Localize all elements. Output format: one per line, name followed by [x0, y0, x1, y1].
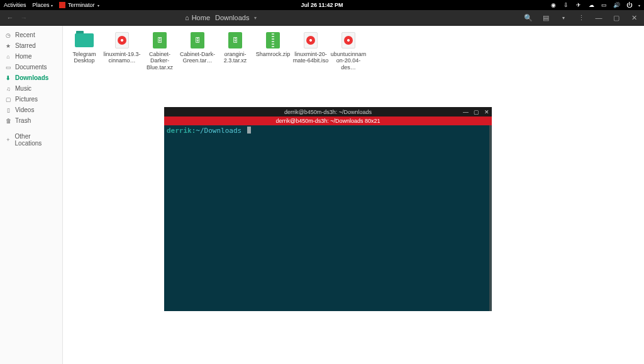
iso-icon — [301, 32, 321, 48]
minimize-button[interactable]: — — [594, 13, 604, 23]
sidebar-item-music-icon: ♫ — [5, 86, 11, 92]
folder-icon — [74, 32, 94, 48]
terminal-tab-title: derrik@b450m-ds3h: ~/Downloads 80x21 — [276, 118, 380, 124]
file-item[interactable]: linuxmint-19.3-cinnamo… — [103, 32, 141, 64]
terminator-app-icon — [59, 2, 65, 8]
sidebar-item-label: Recent — [15, 31, 35, 38]
file-item[interactable]: 🗄orangini-2.3.tar.xz — [216, 32, 254, 64]
chevron-down-icon: ▾ — [254, 15, 257, 21]
power-icon[interactable]: ⏻ — [626, 2, 632, 8]
file-item[interactable]: 🗄Cabinet-Darker-Blue.tar.xz — [141, 32, 179, 71]
chevron-down-icon: ▾ — [97, 3, 99, 8]
search-button[interactable]: 🔍 — [523, 13, 533, 23]
sidebar-item-label: Documents — [15, 64, 47, 71]
path-home[interactable]: ⌂ Home — [185, 14, 210, 21]
sidebar-item-pictures-icon: ▢ — [5, 96, 11, 103]
file-label: orangini-2.3.tar.xz — [216, 51, 254, 64]
iso-icon — [338, 32, 358, 48]
file-label: linuxmint-19.3-cinnamo… — [103, 51, 141, 64]
sidebar-item-downloads-icon: ⬇ — [5, 75, 11, 81]
sidebar-item-other-locations[interactable]: +Other Locations — [0, 131, 62, 149]
sidebar-item-label: Videos — [15, 106, 34, 113]
terminal-minimize-button[interactable]: — — [463, 109, 469, 115]
file-label: Shamrock.zip — [256, 51, 291, 57]
sidebar-item-recent[interactable]: ◷Recent — [0, 30, 62, 40]
sidebar-item-label: Home — [15, 53, 32, 60]
sidebar-item-documents-icon: ▭ — [5, 64, 11, 71]
terminal-window: derrik@b450m-ds3h: ~/Downloads — ▢ ✕ der… — [164, 107, 492, 311]
sidebar-item-label: Downloads — [15, 74, 48, 81]
sidebar-item-music[interactable]: ♫Music — [0, 83, 62, 94]
home-icon: ⌂ — [185, 14, 189, 21]
terminal-cursor — [247, 127, 251, 134]
back-button[interactable]: ← — [5, 13, 15, 23]
sidebar-item-starred-icon: ★ — [5, 43, 11, 49]
plus-icon: + — [5, 137, 11, 143]
file-label: Cabinet-Dark-Green.tar… — [179, 51, 216, 64]
file-label: linuxmint-20-mate-64bit.iso — [292, 51, 330, 64]
archive-icon: 🗄 — [150, 32, 170, 48]
sidebar-item-label: Other Locations — [15, 133, 57, 147]
iso-icon — [112, 32, 132, 48]
tray-icon-2[interactable]: ⇩ — [563, 2, 569, 8]
terminal-tab-bar: derrik@b450m-ds3h: ~/Downloads 80x21 — [164, 117, 492, 125]
view-dropdown-button[interactable]: ▾ — [558, 13, 569, 23]
archive-icon: 🗄 — [225, 32, 245, 48]
file-label: ubuntucinnamon-20.04-des… — [330, 51, 367, 71]
terminal-window-controls: — ▢ ✕ — [463, 107, 489, 117]
path-current[interactable]: Downloads ▾ — [215, 14, 257, 21]
file-item[interactable]: ubuntucinnamon-20.04-des… — [330, 32, 367, 71]
sidebar-item-downloads[interactable]: ⬇Downloads — [0, 72, 62, 83]
tray-icon-1[interactable]: ◉ — [550, 2, 557, 8]
sidebar-item-label: Starred — [15, 42, 36, 49]
discord-tray-icon[interactable]: ☁ — [588, 2, 594, 8]
forward-button[interactable]: → — [19, 13, 29, 23]
gnome-shell-top-bar: Activities Places ▾ Terminator ▾ Jul 26 … — [0, 0, 644, 10]
filemanager-sidebar: ◷Recent★Starred⌂Home▭Documents⬇Downloads… — [0, 26, 63, 364]
chevron-down-icon: ▾ — [51, 4, 53, 8]
telegram-tray-icon[interactable]: ✈ — [575, 2, 582, 8]
file-label: Telegram Desktop — [65, 51, 103, 64]
sidebar-item-recent-icon: ◷ — [5, 32, 11, 38]
file-item[interactable]: Shamrock.zip — [254, 32, 292, 57]
chevron-down-icon: ▾ — [638, 3, 640, 8]
sidebar-item-trash[interactable]: 🗑Trash — [0, 115, 62, 126]
filemanager-toolbar: ← → ⌂ Home Downloads ▾ 🔍 ▤ ▾ ⋮ — ▢ ✕ — [0, 10, 644, 26]
sidebar-item-home[interactable]: ⌂Home — [0, 51, 62, 62]
terminal-body[interactable]: derrik:~/Downloads — [164, 125, 492, 311]
terminal-prompt-user: derrik: — [167, 127, 196, 135]
sidebar-item-label: Trash — [15, 117, 31, 124]
clock[interactable]: Jul 26 11:42 PM — [301, 2, 343, 8]
path-bar: ⌂ Home Downloads ▾ — [185, 14, 257, 21]
terminal-title: derrik@b450m-ds3h: ~/Downloads — [284, 109, 372, 115]
sidebar-item-label: Pictures — [15, 96, 38, 103]
sidebar-item-starred[interactable]: ★Starred — [0, 40, 62, 51]
sidebar-item-documents[interactable]: ▭Documents — [0, 62, 62, 72]
close-button[interactable]: ✕ — [629, 13, 639, 23]
places-menu[interactable]: Places ▾ — [33, 2, 53, 8]
zip-icon — [263, 32, 283, 48]
hamburger-menu-button[interactable]: ⋮ — [576, 13, 586, 23]
terminal-close-button[interactable]: ✕ — [484, 109, 489, 115]
workspace-icon[interactable]: ▭ — [601, 2, 607, 8]
app-menu[interactable]: Terminator ▾ — [59, 2, 99, 8]
file-item[interactable]: linuxmint-20-mate-64bit.iso — [292, 32, 330, 64]
sidebar-item-trash-icon: 🗑 — [5, 118, 11, 124]
file-item[interactable]: Telegram Desktop — [65, 32, 103, 64]
volume-icon[interactable]: 🔊 — [613, 2, 619, 8]
terminal-maximize-button[interactable]: ▢ — [474, 109, 479, 115]
activities-button[interactable]: Activities — [4, 2, 26, 8]
sidebar-item-videos-icon: ▯ — [5, 107, 11, 113]
file-label: Cabinet-Darker-Blue.tar.xz — [141, 51, 179, 71]
maximize-button[interactable]: ▢ — [611, 13, 621, 23]
terminal-prompt-path: ~/Downloads — [196, 127, 242, 135]
sidebar-item-videos[interactable]: ▯Videos — [0, 105, 62, 115]
archive-icon: 🗄 — [187, 32, 208, 48]
terminal-titlebar: derrik@b450m-ds3h: ~/Downloads — ▢ ✕ — [164, 107, 492, 117]
file-item[interactable]: 🗄Cabinet-Dark-Green.tar… — [179, 32, 216, 64]
view-toggle-button[interactable]: ▤ — [541, 13, 551, 23]
sidebar-item-pictures[interactable]: ▢Pictures — [0, 94, 62, 105]
sidebar-item-home-icon: ⌂ — [5, 54, 11, 60]
sidebar-item-label: Music — [15, 85, 31, 92]
terminal-tab-icon — [165, 117, 172, 123]
